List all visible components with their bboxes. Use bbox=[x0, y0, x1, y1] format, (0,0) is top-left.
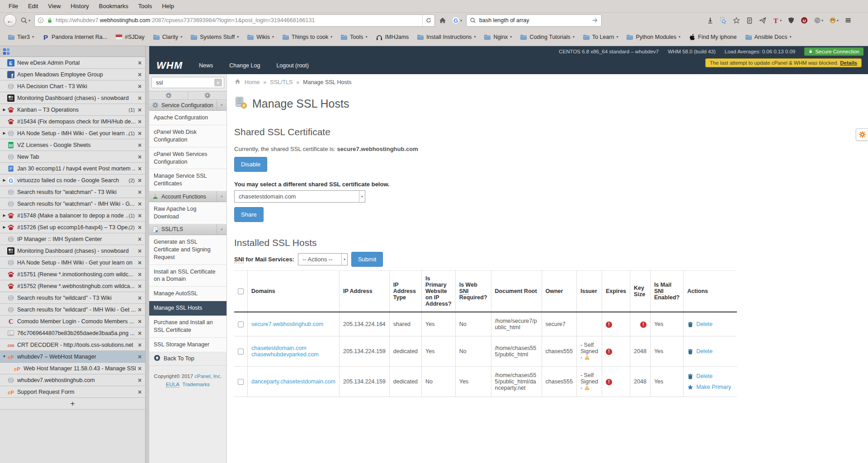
eula-link[interactable]: EULA bbox=[166, 382, 179, 387]
close-icon[interactable]: × bbox=[136, 365, 144, 372]
bookmark-clarity[interactable]: Clarity▾ bbox=[150, 32, 185, 42]
bookmark-tier3[interactable]: Tier3▾ bbox=[5, 32, 37, 42]
download-icon[interactable] bbox=[707, 17, 714, 24]
domain-link[interactable]: chasetestdomain.com bbox=[251, 345, 335, 351]
close-icon[interactable]: × bbox=[136, 318, 144, 325]
go-arrow-icon[interactable] bbox=[592, 17, 598, 24]
bookmark-imhjams[interactable]: IMHJams bbox=[373, 32, 412, 42]
close-icon[interactable]: × bbox=[136, 130, 144, 137]
menu-edit[interactable]: Edit bbox=[23, 3, 43, 9]
sidebar-scrollbar[interactable] bbox=[145, 46, 149, 463]
menu-item-cpanel-web-disk-configuration[interactable]: cPanel Web Disk Configuration bbox=[149, 125, 226, 147]
tab-item[interactable]: Search results for "watchman" - IMH Wiki… bbox=[0, 198, 145, 210]
tab-item[interactable]: Monitoring Dashboard (chases) - snowboar… bbox=[0, 92, 145, 104]
sni-actions-select[interactable]: -- Actions -- ▼ bbox=[298, 253, 348, 265]
nav-change-log[interactable]: Change Log bbox=[229, 62, 260, 69]
menu-section-account-functions[interactable]: Account Functions▼ bbox=[149, 191, 226, 202]
chevron-down-icon[interactable]: ▼ bbox=[217, 100, 226, 110]
menu-section-service-configuration[interactable]: Service Configuration▼ bbox=[149, 100, 226, 111]
text-tool-icon[interactable]: T▾ bbox=[772, 17, 782, 24]
nav-logout[interactable]: Logout (root) bbox=[276, 62, 309, 69]
domain-link[interactable]: chasewhubdevparked.com bbox=[251, 351, 335, 358]
chevron-down-icon[interactable]: ▼ bbox=[217, 191, 226, 202]
tab-item[interactable]: CComodo Member Login - Comodo Members ..… bbox=[0, 316, 145, 327]
menu-item-ssl-storage-manager[interactable]: SSL Storage Manager bbox=[149, 338, 226, 352]
close-icon[interactable]: × bbox=[136, 200, 144, 208]
close-icon[interactable]: × bbox=[136, 259, 144, 266]
collapse-all-button[interactable]: ▲ bbox=[149, 91, 188, 100]
bookmark-tools[interactable]: Tools▾ bbox=[337, 32, 370, 42]
menu-view[interactable]: View bbox=[43, 3, 66, 9]
error-icon[interactable]: ! bbox=[606, 379, 612, 385]
menu-item-manage-service-ssl-certificates[interactable]: Manage Service SSL Certificates bbox=[149, 169, 226, 191]
tab-item[interactable]: VZ Licenses - Google Sheets× bbox=[0, 139, 145, 151]
close-icon[interactable]: × bbox=[136, 189, 144, 196]
tab-item[interactable]: HA Node Setup - IMH Wiki - Get your lear… bbox=[0, 257, 145, 269]
close-icon[interactable]: × bbox=[136, 247, 144, 255]
menu-item-generate-an-ssl-certificate-and-signing-[interactable]: Generate an SSL Certificate and Signing … bbox=[149, 235, 226, 265]
sidebar-header[interactable] bbox=[0, 46, 145, 57]
domain-link[interactable]: secure7.webhostinghub.com bbox=[251, 321, 335, 327]
close-icon[interactable]: × bbox=[136, 236, 144, 243]
close-icon[interactable]: × bbox=[136, 330, 144, 337]
bookmark-find-my-iphone[interactable]: Find My iphone bbox=[685, 32, 740, 42]
extension-blob-icon[interactable]: ▾ bbox=[814, 17, 823, 24]
menu-section-ssl-tls[interactable]: SSL/TLS▼ bbox=[149, 224, 226, 235]
clipboard-icon[interactable] bbox=[746, 17, 753, 24]
twisty-closed-icon[interactable]: ▶ bbox=[1, 213, 7, 217]
menu-help[interactable]: Help bbox=[157, 3, 179, 9]
menu-item-cpanel-web-services-configuration[interactable]: cPanel Web Services Configuration bbox=[149, 147, 226, 170]
close-icon[interactable]: × bbox=[136, 153, 144, 161]
submit-button[interactable]: Submit bbox=[351, 252, 383, 267]
error-icon[interactable]: ! bbox=[606, 321, 612, 328]
bookmark-install-instructions[interactable]: Install Instructions▾ bbox=[414, 32, 479, 42]
back-button[interactable]: ← bbox=[4, 14, 16, 27]
row-checkbox[interactable] bbox=[238, 321, 244, 327]
tab-item[interactable]: Search results for "wildcard" - IMH Wiki… bbox=[0, 304, 145, 316]
share-button[interactable]: Share bbox=[234, 207, 264, 222]
settings-gear-widget[interactable] bbox=[856, 128, 868, 141]
expand-all-button[interactable]: ▼ bbox=[188, 91, 226, 100]
close-icon[interactable]: × bbox=[136, 271, 144, 278]
bookmark-systems-stuff[interactable]: Systems Stuff▾ bbox=[187, 32, 242, 42]
close-icon[interactable]: × bbox=[136, 83, 144, 90]
bookmark-wikis[interactable]: Wikis▾ bbox=[244, 32, 277, 42]
details-link[interactable]: Details bbox=[840, 60, 857, 66]
menu-tools[interactable]: Tools bbox=[133, 3, 157, 9]
secure-connection-badge[interactable]: Secure Connection bbox=[804, 47, 863, 56]
tab-item[interactable]: ▶Gvirtuozzo failed cs node - Google Sear… bbox=[0, 175, 145, 186]
bookmark-ansible-docs[interactable]: Ansible Docs▾ bbox=[742, 32, 795, 42]
tab-item[interactable]: ▶Kanban – T3 Operations(1)× bbox=[0, 104, 145, 116]
shield-icon[interactable] bbox=[788, 17, 795, 24]
row-checkbox[interactable] bbox=[238, 349, 244, 354]
breadcrumb-ssl-tls[interactable]: SSL/TLS bbox=[270, 79, 292, 85]
shared-cert-select[interactable]: chasetestdomain.com ▼ bbox=[234, 190, 365, 203]
search-engine-selector[interactable]: G▾ bbox=[450, 14, 464, 27]
whm-search-box[interactable]: × bbox=[151, 77, 224, 88]
twisty-closed-icon[interactable]: ▶ bbox=[1, 131, 7, 135]
tab-item[interactable]: #15434 (Fix demopass check for IMH/Hub d… bbox=[0, 116, 145, 128]
tab-item[interactable]: ▶HA Node Setup - IMH Wiki - Get your lea… bbox=[0, 128, 145, 139]
bookmark-coding-tutorials[interactable]: Coding Tutorials▾ bbox=[517, 32, 577, 42]
home-button[interactable] bbox=[437, 14, 448, 27]
selection-pointer-icon[interactable] bbox=[720, 17, 727, 24]
close-icon[interactable]: × bbox=[136, 142, 144, 149]
select-all-checkbox[interactable] bbox=[238, 288, 244, 294]
menu-item-manage-autossl[interactable]: Manage AutoSSL bbox=[149, 287, 226, 301]
back-to-top-button[interactable]: Back To Top bbox=[149, 352, 226, 366]
menu-item-manage-ssl-hosts[interactable]: Manage SSL Hosts bbox=[149, 301, 226, 316]
error-icon[interactable]: ! bbox=[606, 349, 612, 355]
new-tab-button[interactable]: + bbox=[0, 398, 145, 410]
keyword-search-button[interactable]: ▾ bbox=[19, 14, 32, 27]
disable-button[interactable]: Disable bbox=[234, 157, 267, 172]
error-icon[interactable]: ! bbox=[640, 321, 646, 328]
nav-news[interactable]: News bbox=[199, 62, 213, 69]
close-icon[interactable]: × bbox=[136, 306, 144, 313]
tab-item[interactable]: Search results for "wildcard" - T3 Wiki× bbox=[0, 292, 145, 304]
bookmark-python-modules[interactable]: Python Modules▾ bbox=[623, 32, 684, 42]
tab-item[interactable]: ▼cPwhubdev7 – WebHost Manager× bbox=[0, 351, 145, 363]
twisty-open-icon[interactable]: ▼ bbox=[1, 354, 7, 359]
tab-item[interactable]: Monitoring Dashboard (chases) - snowboar… bbox=[0, 245, 145, 257]
tab-item[interactable]: HA Decision Chart - T3 Wiki× bbox=[0, 80, 145, 92]
url-text[interactable]: https://whubdev7.webhostinghub.com:2087/… bbox=[56, 17, 420, 24]
